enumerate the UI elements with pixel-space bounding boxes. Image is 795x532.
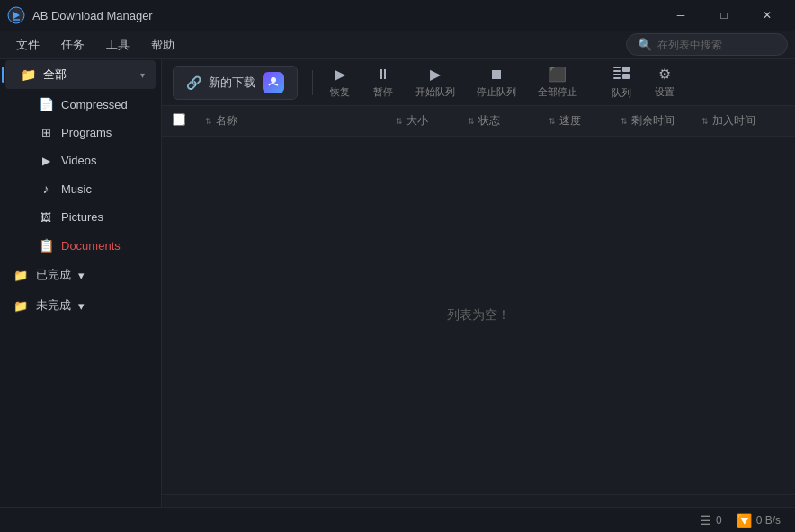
sidebar-all-label: 全部 bbox=[43, 66, 133, 83]
content-area: 🔗 新的下载 ▶ 恢复 ⏸ 暂停 ▶ 开始队列 bbox=[162, 59, 795, 507]
documents-icon: 📋 bbox=[38, 238, 54, 253]
incomplete-folder-icon: 📁 bbox=[13, 299, 29, 313]
stop-queue-icon: ⏹ bbox=[489, 66, 504, 83]
stop-all-label: 全部停止 bbox=[538, 85, 577, 99]
column-name-label: 名称 bbox=[216, 113, 237, 129]
svg-rect-7 bbox=[622, 74, 630, 79]
svg-rect-9 bbox=[613, 77, 621, 79]
sidebar-programs-label: Programs bbox=[61, 126, 145, 139]
pictures-icon: 🖼 bbox=[38, 211, 54, 224]
completed-chevron-icon: ▾ bbox=[78, 269, 85, 282]
sidebar-documents-label: Documents bbox=[61, 239, 145, 253]
menubar: 文件 任务 工具 帮助 🔍 bbox=[0, 31, 795, 59]
settings-button[interactable]: ⚙ 设置 bbox=[645, 62, 684, 102]
compressed-icon: 📄 bbox=[38, 97, 54, 111]
start-queue-button[interactable]: ▶ 开始队列 bbox=[406, 62, 464, 102]
svg-rect-4 bbox=[613, 66, 621, 68]
sidebar-item-incomplete[interactable]: 📁 未完成 ▾ bbox=[5, 291, 156, 320]
sort-remaining-icon: ⇅ bbox=[621, 117, 628, 126]
sort-icon: ⇅ bbox=[205, 117, 212, 126]
toolbar: 🔗 新的下载 ▶ 恢复 ⏸ 暂停 ▶ 开始队列 bbox=[162, 59, 795, 106]
stop-queue-label: 停止队列 bbox=[477, 85, 516, 99]
horizontal-scrollbar[interactable] bbox=[162, 494, 795, 507]
menu-tools[interactable]: 工具 bbox=[97, 33, 138, 57]
column-added-label: 加入时间 bbox=[712, 113, 755, 129]
svg-rect-6 bbox=[622, 66, 630, 72]
queue-icon bbox=[613, 66, 630, 84]
settings-label: 设置 bbox=[655, 85, 674, 99]
sidebar-item-all[interactable]: 📁 全部 ▾ bbox=[5, 60, 156, 89]
select-all-checkbox[interactable] bbox=[173, 113, 185, 126]
column-status-label: 状态 bbox=[478, 113, 500, 129]
link-icon: 🔗 bbox=[186, 75, 201, 90]
column-speed-label: 速度 bbox=[559, 113, 581, 129]
maximize-button[interactable]: □ bbox=[703, 0, 745, 31]
column-remaining-label: 剩余时间 bbox=[631, 113, 674, 129]
menu-task[interactable]: 任务 bbox=[52, 33, 94, 57]
titlebar: AB Download Manager ─ □ ✕ bbox=[0, 0, 795, 31]
start-queue-label: 开始队列 bbox=[415, 85, 455, 99]
search-input[interactable] bbox=[657, 39, 776, 51]
sidebar-compressed-label: Compressed bbox=[61, 98, 145, 111]
menu-help[interactable]: 帮助 bbox=[142, 33, 183, 57]
svg-rect-5 bbox=[613, 70, 621, 72]
sort-added-icon: ⇅ bbox=[701, 117, 709, 126]
stop-queue-button[interactable]: ⏹ 停止队列 bbox=[468, 63, 525, 102]
sidebar-incomplete-label: 未完成 bbox=[36, 297, 71, 314]
new-download-button[interactable]: 🔗 新的下载 bbox=[173, 66, 298, 100]
sidebar-item-completed[interactable]: 📁 已完成 ▾ bbox=[5, 261, 156, 289]
pause-label: 暂停 bbox=[373, 85, 393, 99]
folder-icon: 📁 bbox=[20, 67, 36, 82]
table-header: ⇅ 名称 ⇅ 大小 ⇅ 状态 ⇅ 速度 ⇅ 剩余时间 bbox=[162, 106, 795, 137]
speed-item: 🔽 0 B/s bbox=[737, 513, 781, 528]
close-button[interactable]: ✕ bbox=[746, 0, 788, 31]
column-size-label: 大小 bbox=[406, 113, 428, 129]
chevron-down-icon: ▾ bbox=[140, 70, 145, 80]
resume-button[interactable]: ▶ 恢复 bbox=[320, 62, 360, 102]
incomplete-chevron-icon: ▾ bbox=[78, 299, 85, 313]
resume-icon: ▶ bbox=[335, 66, 345, 83]
sidebar: 📁 全部 ▾ 📄 Compressed ⊞ Programs ▶ Videos … bbox=[0, 59, 162, 507]
scrollbar-track bbox=[162, 495, 795, 507]
sidebar-item-videos[interactable]: ▶ Videos bbox=[5, 147, 156, 173]
search-icon: 🔍 bbox=[638, 38, 652, 51]
sidebar-item-pictures[interactable]: 🖼 Pictures bbox=[5, 204, 156, 230]
sort-size-icon: ⇅ bbox=[396, 117, 403, 126]
main-layout: 📁 全部 ▾ 📄 Compressed ⊞ Programs ▶ Videos … bbox=[0, 59, 795, 507]
sidebar-item-music[interactable]: ♪ Music bbox=[5, 175, 156, 202]
sidebar-item-programs[interactable]: ⊞ Programs bbox=[5, 120, 156, 146]
empty-message: 列表为空！ bbox=[447, 307, 510, 324]
sidebar-music-label: Music bbox=[61, 182, 145, 196]
header-checkbox-cell[interactable] bbox=[173, 113, 198, 129]
column-remaining[interactable]: ⇅ 剩余时间 bbox=[613, 113, 694, 129]
sidebar-item-compressed[interactable]: 📄 Compressed bbox=[5, 91, 156, 118]
column-speed[interactable]: ⇅ 速度 bbox=[541, 113, 613, 129]
separator-1 bbox=[312, 70, 313, 95]
queue-button[interactable]: 队列 bbox=[602, 62, 641, 103]
search-box[interactable]: 🔍 bbox=[626, 33, 788, 56]
column-added[interactable]: ⇅ 加入时间 bbox=[694, 113, 784, 129]
sidebar-item-documents[interactable]: 📋 Documents bbox=[5, 232, 156, 259]
new-download-badge-icon bbox=[263, 72, 284, 93]
programs-icon: ⊞ bbox=[38, 126, 54, 139]
column-name[interactable]: ⇅ 名称 bbox=[198, 113, 389, 129]
sort-speed-icon: ⇅ bbox=[549, 117, 556, 126]
list-icon: ☰ bbox=[700, 513, 711, 528]
column-status[interactable]: ⇅ 状态 bbox=[460, 113, 541, 129]
column-size[interactable]: ⇅ 大小 bbox=[389, 113, 460, 129]
sidebar-pictures-label: Pictures bbox=[61, 210, 145, 224]
menu-file[interactable]: 文件 bbox=[7, 33, 49, 57]
download-table: ⇅ 名称 ⇅ 大小 ⇅ 状态 ⇅ 速度 ⇅ 剩余时间 bbox=[162, 106, 795, 507]
window-controls: ─ □ ✕ bbox=[660, 0, 788, 31]
speed-value: 0 B/s bbox=[756, 514, 781, 527]
stop-all-button[interactable]: ⬛ 全部停止 bbox=[529, 62, 586, 102]
table-body-empty: 列表为空！ bbox=[162, 137, 795, 494]
resume-label: 恢复 bbox=[330, 85, 350, 99]
app-title: AB Download Manager bbox=[32, 9, 660, 22]
sidebar-completed-label: 已完成 bbox=[36, 267, 71, 283]
minimize-button[interactable]: ─ bbox=[660, 0, 701, 31]
pause-button[interactable]: ⏸ 暂停 bbox=[363, 63, 403, 102]
svg-rect-8 bbox=[613, 74, 621, 75]
completed-folder-icon: 📁 bbox=[13, 269, 29, 282]
separator-2 bbox=[594, 70, 594, 95]
